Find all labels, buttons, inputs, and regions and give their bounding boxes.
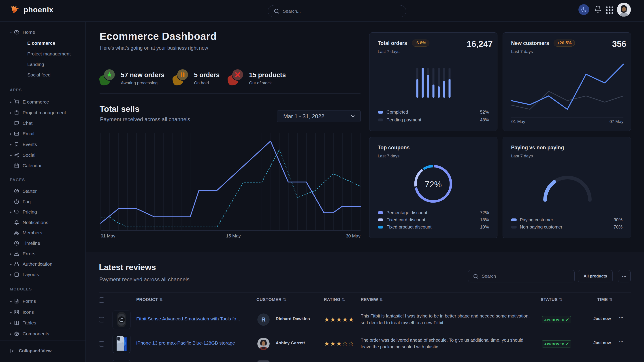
svg-text:15 May: 15 May bbox=[226, 233, 241, 238]
svg-text:07 May: 07 May bbox=[610, 119, 624, 124]
svg-text:01 May: 01 May bbox=[511, 119, 526, 124]
svg-text:01 May: 01 May bbox=[101, 233, 116, 238]
svg-text:72%: 72% bbox=[425, 180, 442, 189]
svg-text:30 May: 30 May bbox=[346, 233, 360, 238]
